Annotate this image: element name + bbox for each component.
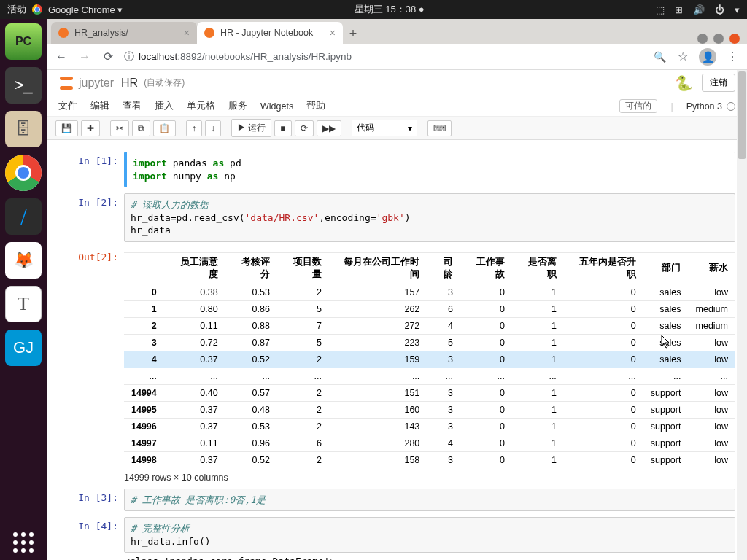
table-row: ................................. (124, 368, 735, 384)
code-input[interactable]: import pandas as pd import numpy as np (124, 152, 735, 187)
app-menu[interactable]: Google Chrome ▾ (48, 4, 123, 15)
code-input[interactable]: # 读取人力的数据 hr_data=pd.read_csv('data/HR.c… (124, 193, 735, 242)
scrollbar[interactable] (737, 70, 747, 560)
menu-help[interactable]: 帮助 (306, 100, 325, 112)
code-input[interactable]: # 工作事故 是否离职:0否,1是 (124, 489, 735, 512)
table-header: 项目数量 (277, 252, 329, 284)
address-bar-row: ← → ⟳ ⓘ localhost:8892/notebooks/HR_anal… (47, 44, 747, 70)
dataframe-summary: 14999 rows × 10 columns (124, 472, 735, 483)
in-prompt: In [1]: (58, 152, 124, 187)
run-button[interactable]: ▶ 运行 (231, 119, 271, 137)
menu-view[interactable]: 查看 (123, 100, 142, 112)
desktop-topbar: 活动 Google Chrome ▾ 星期三 15：38 ● ⬚ ⊞ 🔊 ⏻ ▾ (0, 0, 747, 19)
table-header: 五年内是否升职 (564, 252, 643, 284)
table-header: 每月在公司工作时间 (329, 252, 427, 284)
code-cell-1[interactable]: In [1]: import pandas as pd import numpy… (58, 152, 735, 187)
close-icon[interactable]: × (330, 27, 336, 39)
table-header: 考核评分 (225, 252, 277, 284)
bookmark-icon[interactable]: ☆ (676, 50, 690, 63)
trusted-indicator[interactable]: 可信的 (619, 99, 657, 113)
restart-run-all-button[interactable]: ▶▶ (317, 120, 341, 136)
logout-button[interactable]: 注销 (702, 74, 735, 92)
move-up-button[interactable]: ↑ (186, 120, 202, 136)
close-icon[interactable]: × (184, 27, 190, 39)
table-row: 20.110.8872724010salesmedium (124, 317, 735, 334)
code-cell-4[interactable]: In [4]: # 完整性分析 hr_data.info() <class 'p… (58, 517, 735, 560)
table-row: 149980.370.5221583010supportlow (124, 451, 735, 468)
menu-widgets[interactable]: Widgets (260, 101, 293, 112)
window-minimize[interactable] (697, 34, 708, 44)
jupyter-favicon-icon (204, 28, 214, 38)
move-down-button[interactable]: ↓ (205, 120, 221, 136)
in-prompt: In [3]: (58, 489, 124, 512)
dock-files[interactable]: 🗄 (5, 111, 42, 147)
forward-button[interactable]: → (77, 50, 92, 63)
dock-vscode[interactable]: ⧸ (5, 198, 42, 235)
table-header: 工作事故 (460, 252, 512, 284)
menu-cell[interactable]: 单元格 (187, 100, 215, 112)
table-row: 149940.400.5721513010supportlow (124, 384, 735, 401)
profile-icon[interactable]: 👤 (699, 48, 716, 66)
clock[interactable]: 星期三 15：38 ● (123, 3, 656, 16)
jupyter-logo[interactable]: jupyter (58, 75, 114, 91)
window-close[interactable] (729, 34, 740, 44)
network-icon[interactable]: ⬚ (656, 4, 665, 15)
table-row: 00.380.5321573010saleslow (124, 284, 735, 300)
jupyter-logo-icon (58, 75, 74, 91)
code-cell-3[interactable]: In [3]: # 工作事故 是否离职:0否,1是 (58, 489, 735, 512)
back-button[interactable]: ← (54, 50, 69, 63)
command-palette-button[interactable]: ⌨ (427, 120, 452, 136)
site-info-icon[interactable]: ⓘ (124, 50, 134, 63)
notebook-menubar: 文件 编辑 查看 插入 单元格 服务 Widgets 帮助 可信的 | Pyth… (47, 96, 747, 117)
new-tab-button[interactable]: + (343, 23, 363, 44)
notebook-title[interactable]: HR (121, 77, 138, 90)
notebook-body: In [1]: import pandas as pd import numpy… (47, 140, 747, 560)
kernel-indicator[interactable]: Python 3 (686, 101, 735, 112)
window-maximize[interactable] (713, 34, 724, 44)
menu-kernel[interactable]: 服务 (228, 100, 247, 112)
code-cell-2[interactable]: In [2]: # 读取人力的数据 hr_data=pd.read_csv('d… (58, 193, 735, 242)
address-bar[interactable]: ⓘ localhost:8892/notebooks/HR_analysis/H… (124, 50, 643, 63)
cut-button[interactable]: ✂ (110, 120, 129, 136)
table-header: 司龄 (427, 252, 460, 284)
dock-terminal[interactable]: >_ (5, 67, 42, 104)
out-prompt: Out[2]: (58, 248, 124, 483)
dock-app-blue[interactable]: GJ (5, 330, 42, 366)
dock-firefox[interactable]: 🦊 (5, 242, 42, 279)
add-cell-button[interactable]: ✚ (81, 120, 100, 136)
dropdown-icon[interactable]: ▾ (735, 4, 740, 15)
tab-hr-analysis[interactable]: HR_analysis/ × (51, 22, 197, 44)
table-header: 是否离职 (512, 252, 564, 284)
interrupt-button[interactable]: ■ (274, 120, 291, 136)
menu-edit[interactable]: 编辑 (90, 100, 109, 112)
menu-insert[interactable]: 插入 (155, 100, 174, 112)
cell-type-select[interactable]: 代码▾ (352, 120, 417, 136)
search-icon[interactable]: 🔍 (652, 51, 667, 63)
restart-button[interactable]: ⟳ (295, 120, 314, 136)
tab-strip: HR_analysis/ × HR - Jupyter Notebook × + (47, 19, 747, 44)
menu-file[interactable]: 文件 (58, 100, 77, 112)
table-header (124, 252, 164, 284)
power-icon[interactable]: ⏻ (715, 4, 724, 15)
table-row: 149970.110.9662804010supportlow (124, 435, 735, 451)
dock-texteditor[interactable]: T (5, 286, 42, 322)
table-row: 30.720.8752235010saleslow (124, 334, 735, 351)
in-prompt: In [4]: (58, 517, 124, 560)
jupyter-favicon-icon (58, 28, 69, 38)
tab-hr-notebook[interactable]: HR - Jupyter Notebook × (197, 22, 343, 44)
activities-button[interactable]: 活动 (7, 3, 26, 16)
tab-title: HR_analysis/ (74, 28, 128, 38)
chrome-menu-icon[interactable]: ⋮ (725, 50, 740, 63)
sound-icon[interactable]: 🔊 (693, 4, 705, 15)
save-button[interactable]: 💾 (55, 120, 78, 136)
dock-pycharm[interactable]: PC (5, 23, 42, 60)
dock-show-apps[interactable] (13, 532, 34, 553)
copy-button[interactable]: ⧉ (132, 120, 150, 136)
reload-button[interactable]: ⟳ (101, 50, 115, 63)
network2-icon[interactable]: ⊞ (675, 4, 683, 15)
text-output: <class 'pandas.core.frame.DataFrame'> Ra… (124, 556, 735, 560)
table-row: 149960.370.5321433010supportlow (124, 418, 735, 435)
dock-chrome[interactable] (5, 155, 42, 191)
code-input[interactable]: # 完整性分析 hr_data.info() (124, 517, 735, 553)
paste-button[interactable]: 📋 (153, 120, 176, 136)
